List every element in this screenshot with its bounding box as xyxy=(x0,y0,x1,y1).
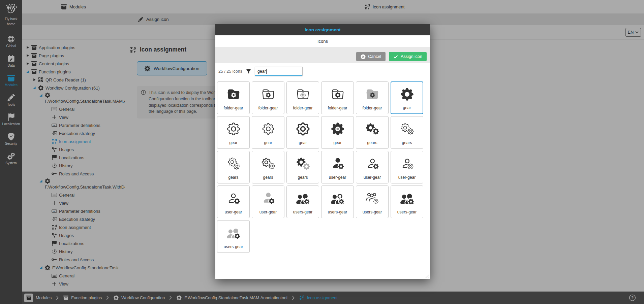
icon-card-label: folder-gear xyxy=(223,106,243,110)
assign-icon-button[interactable]: Assign icon xyxy=(389,52,427,61)
icon-card-label: gear xyxy=(333,140,341,145)
icon-card-folder-gray-gear-fill[interactable]: folder-gear xyxy=(356,81,389,114)
icon-card-label: users-gear xyxy=(397,210,417,214)
icon-card-label: gear xyxy=(229,140,237,145)
icon-card-label: user-gear xyxy=(259,210,277,214)
gears-icon xyxy=(226,152,241,175)
icon-card-user-line2-gear-fill[interactable]: user-gear xyxy=(217,185,250,218)
icon-card-gear-fill-dot[interactable]: gear xyxy=(321,116,354,149)
icon-card-user-fill-gear-fill[interactable]: user-gear xyxy=(321,151,354,183)
icon-card-label: gears xyxy=(402,140,412,145)
modal-resize-handle[interactable] xyxy=(425,274,429,278)
gears-icon xyxy=(261,152,276,175)
user-gear-icon xyxy=(261,187,276,210)
gear-icon xyxy=(226,117,241,140)
icon-card-users-fill2-gear-fill[interactable]: users-gear xyxy=(321,185,354,218)
icon-card-label: gears xyxy=(298,175,308,180)
icon-card-gear-line-thin[interactable]: gear xyxy=(252,116,284,149)
folder-gear-icon xyxy=(365,82,380,106)
icon-card-user-line-gear-fill[interactable]: user-gear xyxy=(356,151,389,183)
icon-assignment-dialog: Icon assignment Icons Cancel Assign icon… xyxy=(215,24,430,279)
icon-card-label: gears xyxy=(228,175,238,180)
users-gear-icon xyxy=(296,187,310,210)
icon-card-gears-line-2[interactable]: gears xyxy=(217,151,250,183)
user-gear-icon xyxy=(400,152,415,175)
icon-card-label: gears xyxy=(367,140,377,145)
icon-card-label: gears xyxy=(263,175,273,180)
icon-count: 25 / 25 icons xyxy=(218,69,242,74)
folder-gear-icon xyxy=(296,82,310,106)
icon-card-gears-fill[interactable]: gears xyxy=(356,116,389,149)
icon-card-gear-line-round[interactable]: gear xyxy=(217,116,250,149)
gears-icon xyxy=(365,117,380,140)
gears-icon xyxy=(296,152,310,175)
check-icon xyxy=(393,54,398,59)
filter-funnel-icon[interactable] xyxy=(246,69,251,74)
gear-icon xyxy=(261,117,276,140)
gear-icon xyxy=(330,117,345,140)
icon-search-input[interactable]: gear xyxy=(255,67,303,76)
cancel-button[interactable]: Cancel xyxy=(356,52,386,61)
icon-card-label: user-gear xyxy=(329,175,346,180)
dialog-subtitle: Icons xyxy=(215,35,430,47)
gear-icon xyxy=(400,83,415,105)
icon-grid: folder-gearfolder-gearfolder-gearfolder-… xyxy=(215,80,430,255)
users-gear-icon xyxy=(226,221,241,244)
icon-card-users-line-gear-line[interactable]: users-gear xyxy=(356,185,389,218)
icon-card-gears-line[interactable]: gears xyxy=(391,116,423,149)
users-gear-icon xyxy=(330,187,345,210)
text-caret xyxy=(266,69,267,74)
icon-card-folder-line-gear-fill[interactable]: folder-gear xyxy=(252,81,284,114)
icon-card-folder-line-gear-line[interactable]: folder-gear xyxy=(286,81,319,114)
icon-card-label: gear xyxy=(299,140,307,145)
icon-card-gear-fill[interactable]: gear xyxy=(391,81,423,114)
dialog-toolbar: Cancel Assign icon xyxy=(215,47,430,63)
icon-card-label: user-gear xyxy=(398,175,416,180)
icon-card-label: gear xyxy=(403,105,411,110)
icon-card-folder-solid-gear-cut[interactable]: folder-gear xyxy=(217,81,250,114)
user-gear-icon xyxy=(365,152,380,175)
icon-card-label: user-gear xyxy=(225,210,242,214)
folder-gear-icon xyxy=(261,82,276,106)
user-gear-icon xyxy=(226,187,241,210)
filter-row: 25 / 25 icons gear xyxy=(215,63,430,80)
icon-card-users-fill3-gear-fill[interactable]: users-gear xyxy=(391,185,423,218)
gear-icon xyxy=(296,117,310,140)
icon-card-label: users-gear xyxy=(224,244,243,249)
icon-card-users-gray-gear-fill[interactable]: users-gear xyxy=(217,220,250,253)
icon-card-gear-line-bold[interactable]: gear xyxy=(286,116,319,149)
folder-gear-icon xyxy=(226,82,241,106)
user-gear-icon xyxy=(330,152,345,175)
icon-card-label: folder-gear xyxy=(258,106,278,110)
icon-card-label: gear xyxy=(264,140,272,145)
users-gear-icon xyxy=(400,187,415,210)
icon-card-label: users-gear xyxy=(293,210,312,214)
users-gear-icon xyxy=(365,187,380,210)
icon-card-folder-line-gear-fill2[interactable]: folder-gear xyxy=(321,81,354,114)
icon-card-label: folder-gear xyxy=(362,106,382,110)
icon-card-label: folder-gear xyxy=(293,106,312,110)
icon-card-user-gray-gear-fill[interactable]: user-gear xyxy=(252,185,284,218)
icon-card-user-line-gear-line[interactable]: user-gear xyxy=(391,151,423,183)
folder-gear-icon xyxy=(330,82,345,106)
cancel-circle-icon xyxy=(361,54,366,59)
icon-card-label: users-gear xyxy=(363,210,382,214)
icon-card-label: folder-gear xyxy=(328,106,347,110)
icon-card-users-fill-gear-fill[interactable]: users-gear xyxy=(286,185,319,218)
icon-card-gears-line-bold[interactable]: gears xyxy=(252,151,284,183)
dialog-header[interactable]: Icon assignment xyxy=(215,24,430,35)
icon-card-gears-mixed[interactable]: gears xyxy=(286,151,319,183)
icon-card-label: user-gear xyxy=(364,175,381,180)
icon-card-label: users-gear xyxy=(328,210,347,214)
gears-icon xyxy=(400,117,415,140)
